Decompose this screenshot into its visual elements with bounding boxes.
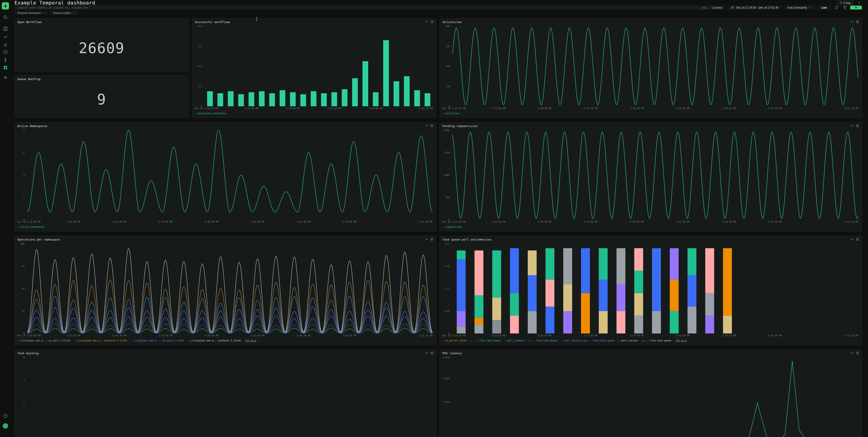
legend-item[interactable]: —clickpipes-aws-p...outheast-2.12c4n bbox=[188, 339, 241, 342]
x-axis-label: 5:34:30 PM bbox=[113, 334, 126, 337]
panel-title: Actions/sec bbox=[442, 20, 462, 24]
legend-item[interactable]: —poll_success · s...-flow-task-queue bbox=[618, 339, 671, 342]
filter-icon[interactable] bbox=[842, 6, 848, 9]
legend-item[interactable]: —clickpipes-aws-p...-us-east-2.12c4n bbox=[18, 339, 70, 342]
chart-plot[interactable] bbox=[453, 26, 858, 106]
panel-task-backlog: Task backlog 432 bbox=[14, 349, 436, 437]
chart-plot[interactable] bbox=[452, 357, 858, 437]
panel-title: Operations per namespace bbox=[18, 238, 60, 241]
main-content: Example Temporal dashboard 0 Tags SQL bbox=[11, 0, 868, 437]
chart-line-icon[interactable] bbox=[3, 35, 8, 39]
table-toggle-icon[interactable] bbox=[430, 351, 433, 354]
legend-item[interactable]: —poll_success_syn...-flow-task-queue bbox=[561, 339, 614, 342]
x-axis-label: 5:47:00 PM bbox=[768, 221, 782, 223]
table-toggle-icon[interactable] bbox=[856, 124, 859, 127]
x-axis-label: 5:51:30 PM bbox=[419, 107, 433, 110]
legend-item[interactable]: —poll_timeout · s...-flow-task-queue bbox=[505, 339, 558, 342]
y-axis-label: 0.038 bbox=[443, 356, 450, 359]
legend-item[interactable]: —active namespaces bbox=[18, 225, 44, 228]
dashboards-icon[interactable] bbox=[3, 65, 8, 70]
y-axis-label: 100k bbox=[444, 174, 450, 176]
table-toggle-icon[interactable] bbox=[856, 351, 859, 354]
legend-more-link[interactable]: +36 more bbox=[675, 339, 687, 342]
chart-plot[interactable] bbox=[27, 130, 432, 220]
kebab-menu-icon[interactable] bbox=[857, 1, 862, 4]
legend-item[interactable]: —clickpipes-aws-p...-us-east-1.12c4n bbox=[131, 339, 184, 342]
flask-icon[interactable] bbox=[3, 57, 8, 62]
lucene-toggle[interactable]: Lucene bbox=[712, 6, 722, 9]
live-button[interactable]: Live bbox=[817, 6, 831, 9]
y-axis-label: 6 bbox=[23, 152, 25, 154]
line-chart-toggle-icon[interactable] bbox=[851, 351, 854, 354]
x-axis-label: 5:37:00 PM bbox=[584, 107, 598, 110]
line-chart-toggle-icon[interactable] bbox=[851, 124, 854, 127]
line-chart-toggle-icon[interactable] bbox=[425, 124, 428, 127]
filter-label: Temporal namespace bbox=[17, 11, 41, 14]
sql-toggle[interactable]: SQL bbox=[702, 6, 707, 9]
refresh-icon[interactable] bbox=[833, 6, 839, 9]
search-row: SQL | Lucene Dec 16 17:29:30 - Dec 16 17… bbox=[14, 6, 862, 9]
tags-badge[interactable]: 0 Tags bbox=[837, 0, 853, 6]
legend-item[interactable]: —requests/sec bbox=[442, 225, 462, 228]
search-icon[interactable] bbox=[3, 15, 8, 20]
x-axis-label: 5:51:30 PM bbox=[844, 221, 858, 223]
line-chart-toggle-icon[interactable] bbox=[851, 20, 854, 23]
y-axis: 86420 bbox=[18, 130, 26, 220]
legend-item[interactable]: —...-flow-task-queue bbox=[471, 339, 500, 342]
table-toggle-icon[interactable] bbox=[431, 20, 434, 23]
time-range-picker[interactable]: Dec 16 17:29:30 - Dec 16 17:51:30 bbox=[727, 6, 782, 9]
y-axis-label: 3 bbox=[23, 378, 25, 381]
x-axis-label: 5:44:30 PM bbox=[297, 221, 310, 223]
x-axis-label: Dec 16 5:29:30 PM bbox=[18, 334, 40, 337]
bell-icon[interactable] bbox=[3, 42, 8, 47]
panel-title: Task queue poll outcomes/sec bbox=[442, 238, 492, 241]
y-axis-label: 4 bbox=[23, 174, 25, 176]
chart-plot[interactable] bbox=[27, 244, 432, 334]
chart-legend: —successful workflows bbox=[195, 111, 434, 116]
legend-item[interactable]: —clickpipes-aws-p...outheast-2.12c4n bbox=[74, 339, 127, 342]
x-axis: Dec 16 5:29:30 PM5:32:00 PM5:34:30 PM5:3… bbox=[442, 220, 859, 224]
board-icon[interactable] bbox=[3, 27, 8, 31]
gear-icon[interactable] bbox=[3, 75, 8, 80]
granularity-value: Auto Granularity bbox=[787, 6, 807, 9]
filter-temporal-region[interactable]: Temporal region bbox=[50, 11, 78, 14]
chart-plot[interactable] bbox=[205, 26, 433, 106]
legend-item[interactable]: —no_poller_tasks bbox=[442, 339, 467, 342]
calendar-icon bbox=[731, 6, 734, 9]
help-icon[interactable]: ? bbox=[3, 414, 8, 418]
chart-plot[interactable] bbox=[27, 357, 432, 437]
chat-icon[interactable] bbox=[3, 50, 8, 54]
user-avatar[interactable] bbox=[3, 423, 8, 429]
x-axis-label: 5:39:30 PM bbox=[205, 334, 218, 337]
panel-successful-workflows: Successful workflows 0.80.60.40.20 Dec 1… bbox=[192, 18, 436, 118]
legend-more-link[interactable]: +12 more bbox=[245, 339, 256, 342]
run-query-button[interactable] bbox=[850, 6, 862, 9]
legend-item[interactable]: —action/sec bbox=[442, 112, 460, 115]
legend-item[interactable]: —successful workflows bbox=[195, 112, 226, 115]
filter-temporal-namespace[interactable]: Temporal namespace bbox=[14, 11, 48, 14]
table-toggle-icon[interactable] bbox=[430, 238, 433, 241]
line-chart-toggle-icon[interactable] bbox=[851, 238, 854, 241]
x-axis-label: 5:44:30 PM bbox=[297, 334, 310, 337]
panel-active-namespaces: Active Namespaces 86420 Dec 16 5:29:30 P… bbox=[14, 122, 436, 231]
search-input[interactable] bbox=[18, 6, 702, 9]
x-axis-label: 5:37:00 PM bbox=[159, 221, 172, 223]
x-axis-label: 5:47:00 PM bbox=[768, 107, 782, 110]
chevron-down-icon bbox=[43, 12, 45, 14]
panel-title: Open Workflows bbox=[18, 20, 42, 24]
table-toggle-icon[interactable] bbox=[856, 238, 859, 241]
chart-plot[interactable] bbox=[452, 130, 858, 220]
granularity-select[interactable]: Auto Granularity bbox=[784, 6, 815, 9]
chart-plot[interactable] bbox=[452, 244, 858, 334]
x-axis-label: Dec 16 5:29:30 PM bbox=[442, 334, 465, 337]
app-logo[interactable] bbox=[2, 2, 9, 9]
panel-title: Pending requests/sec bbox=[442, 124, 478, 128]
line-chart-toggle-icon[interactable] bbox=[425, 238, 428, 241]
table-toggle-icon[interactable] bbox=[856, 20, 859, 23]
y-axis-label: 0 bbox=[448, 105, 450, 107]
x-axis-label: 5:44:30 PM bbox=[722, 107, 736, 110]
panel-title: Successful workflows bbox=[195, 20, 230, 24]
line-chart-toggle-icon[interactable] bbox=[425, 351, 428, 354]
line-chart-toggle-icon[interactable] bbox=[426, 20, 428, 23]
table-toggle-icon[interactable] bbox=[430, 124, 433, 127]
